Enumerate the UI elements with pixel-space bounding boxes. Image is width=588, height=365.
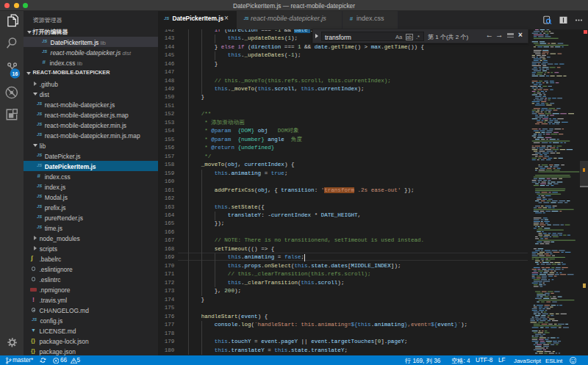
svg-text:16: 16	[12, 71, 18, 76]
